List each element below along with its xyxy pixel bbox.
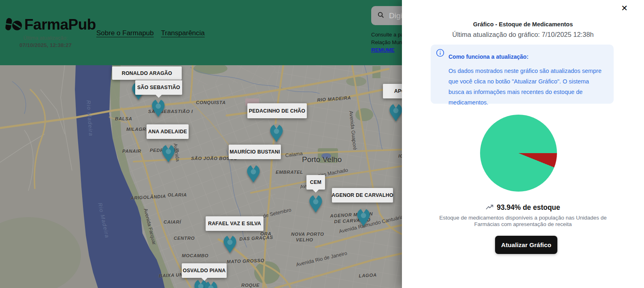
search-icon bbox=[378, 12, 384, 20]
pharmacy-label[interactable]: ANA ADELAIDE bbox=[147, 124, 189, 139]
info-icon bbox=[436, 49, 444, 59]
map-pin-icon[interactable] bbox=[204, 281, 218, 288]
map-pin-icon[interactable] bbox=[162, 144, 175, 163]
pharmacy-label[interactable]: PEDACINHO DE CHÃO bbox=[247, 103, 307, 118]
info-body: Os dados mostrados neste gráfico são atu… bbox=[448, 66, 604, 108]
info-title: Como funciona a atualização: bbox=[448, 53, 529, 60]
pharmacy-label[interactable]: SÃO SEBASTIÃO bbox=[135, 80, 182, 95]
close-icon[interactable]: ✕ bbox=[621, 4, 628, 12]
map-pin-icon[interactable] bbox=[309, 194, 323, 213]
nav-link-0[interactable]: Sobre o Farmapub bbox=[96, 29, 154, 37]
remume-link[interactable]: REMUME bbox=[371, 47, 395, 53]
last-update-value: 07/10/2025, 12:38:27 bbox=[2, 42, 89, 48]
stat-value: 93.94% de estoque bbox=[497, 203, 560, 212]
nav-link-1[interactable]: Transparência bbox=[161, 29, 205, 37]
panel-title: Gráfico - Estoque de Medicamentos bbox=[402, 21, 644, 28]
map-pin-icon[interactable] bbox=[357, 208, 370, 227]
header-nav: Sobre o FarmapubTransparência bbox=[96, 29, 205, 37]
pharmacy-label[interactable]: RAFAEL VAZ E SILVA bbox=[206, 216, 264, 231]
pharmacy-label-tail bbox=[312, 186, 319, 193]
pill-logo-icon bbox=[4, 17, 23, 34]
map-pin-icon[interactable] bbox=[151, 99, 165, 117]
panel-subtitle: Última atualização do gráfico: 7/10/2025… bbox=[402, 31, 644, 38]
stat-row: 93.94% de estoque bbox=[402, 203, 644, 212]
chart-panel: ✕ Gráfico - Estoque de Medicamentos Últi… bbox=[402, 0, 644, 288]
pharmacy-label[interactable]: AGENOR DE CARVALHO bbox=[332, 188, 393, 203]
stat-description: Estoque de medicamentos disponíveis a po… bbox=[438, 215, 608, 228]
trending-up-icon bbox=[486, 204, 493, 211]
map-pin-icon[interactable] bbox=[270, 124, 283, 143]
map-pin-icon[interactable] bbox=[389, 103, 403, 122]
pharmacy-label[interactable]: CEM bbox=[306, 175, 325, 190]
pharmacy-label[interactable]: RONALDO ARAGÃO bbox=[112, 66, 182, 80]
last-update-label: Última atualização: bbox=[2, 35, 89, 41]
map-pin-icon[interactable] bbox=[247, 164, 260, 183]
brand-title: FarmaPub bbox=[24, 17, 96, 32]
remume-note-line1: Consulte a pad bbox=[371, 32, 406, 38]
pharmacy-label[interactable]: MAURÍCIO BUSTANI bbox=[229, 145, 281, 159]
pharmacy-label-tail bbox=[155, 91, 162, 98]
update-chart-button[interactable]: Atualizar Gráfico bbox=[495, 236, 557, 254]
info-box: Como funciona a atualização: Os dados mo… bbox=[431, 45, 614, 104]
remume-note-line2: Relação Munic bbox=[371, 39, 406, 45]
stock-pie-chart bbox=[480, 115, 557, 192]
pharmacy-label[interactable]: OSVALDO PIANA bbox=[182, 263, 227, 278]
map-pin-icon[interactable] bbox=[223, 235, 237, 254]
app-window: CONQUISTABALSAMILAGREPEDRINHASPANAIRSÃO … bbox=[0, 0, 644, 288]
